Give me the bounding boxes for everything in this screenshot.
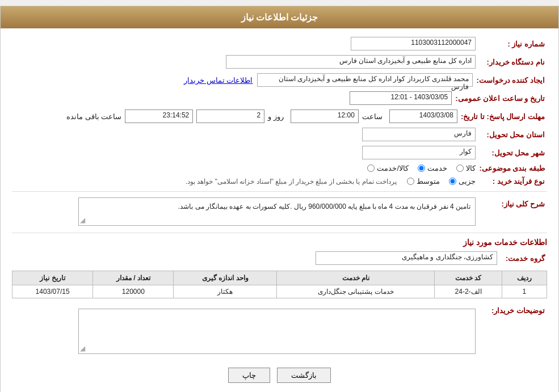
province-value: فارس bbox=[362, 128, 476, 141]
response-time-label: ساعت bbox=[362, 112, 383, 121]
resize-icon: ◢ bbox=[80, 216, 85, 224]
response-date-value: 1403/03/08 bbox=[389, 109, 457, 123]
category-kala-khadamat-label: کالا/خدمت bbox=[377, 164, 409, 172]
need-number-value: 1103003112000047 bbox=[351, 37, 476, 50]
buyer-desc-label: توضیحات خریدار: bbox=[479, 306, 547, 315]
col-header: تعداد / مقدار bbox=[93, 271, 174, 285]
category-kala-khadamat-option[interactable]: کالا/خدمت bbox=[367, 164, 409, 172]
col-header: کد خدمت bbox=[435, 271, 502, 285]
buyer-org-value: اداره کل منابع طبیعی و آبخیزداری استان ف… bbox=[226, 55, 476, 69]
back-button[interactable]: بازگشت bbox=[277, 368, 331, 383]
province-label: استان محل تحویل: bbox=[479, 130, 547, 139]
city-label: شهر محل تحویل: bbox=[479, 149, 547, 157]
purchase-type-label: نوع فرآیند خرید : bbox=[479, 177, 547, 186]
category-kala-option[interactable]: کالا bbox=[456, 164, 476, 172]
purchase-jozei-option[interactable]: جزیی bbox=[449, 177, 476, 186]
purchase-motevaset-option[interactable]: متوسط bbox=[407, 177, 440, 186]
category-khadamat-option[interactable]: خدمت bbox=[418, 164, 447, 172]
page-title: جزئیات اطلاعات نیاز bbox=[1, 6, 558, 28]
need-description-label: شرح کلی نیاز: bbox=[479, 200, 547, 208]
resize-icon-2: ◢ bbox=[80, 344, 85, 352]
services-table: ردیفکد خدمتنام خدمتواحد اندازه گیریتعداد… bbox=[12, 271, 547, 298]
col-header: ردیف bbox=[502, 271, 547, 285]
category-kala-radio[interactable] bbox=[456, 165, 464, 172]
category-kala-label: کالا bbox=[466, 164, 476, 172]
category-kala-khadamat-radio[interactable] bbox=[367, 165, 375, 172]
print-button[interactable]: چاپ bbox=[228, 368, 270, 383]
creator-label: ایجاد کننده درخواست: bbox=[476, 76, 547, 85]
announce-date-label: تاریخ و ساعت اعلان عمومی: bbox=[455, 94, 547, 103]
response-time-value: 12:00 bbox=[291, 109, 359, 123]
col-header: تاریخ نیاز bbox=[12, 271, 93, 285]
service-group-label: گروه خدمت: bbox=[502, 254, 547, 263]
purchase-jozei-radio[interactable] bbox=[449, 178, 456, 185]
need-number-label: شماره نیاز : bbox=[479, 40, 547, 48]
purchase-motevaset-radio[interactable] bbox=[407, 178, 414, 185]
response-deadline-label: مهلت ارسال پاسخ: تا تاریخ: bbox=[461, 112, 547, 121]
city-value: کوار bbox=[362, 146, 476, 159]
purchase-jozei-label: جزیی bbox=[459, 177, 476, 186]
col-header: نام خدمت bbox=[277, 271, 435, 285]
contact-link[interactable]: اطلاعات تماس خریدار bbox=[184, 76, 253, 85]
service-group-value: کشاورزی، جنگلداری و ماهیگیری bbox=[316, 251, 497, 265]
col-header: واحد اندازه گیری bbox=[174, 271, 277, 285]
purchase-motevaset-label: متوسط bbox=[417, 177, 440, 186]
purchase-type-notice: پرداخت تمام یا بخشی از مبلغ خریدار از مب… bbox=[186, 178, 397, 186]
table-row: 1الف-2-24خدمات پشتیبانی جنگل‌داریهکتار12… bbox=[12, 285, 547, 298]
category-label: طبقه بندی موضوعی: bbox=[479, 164, 547, 172]
response-days-value: 2 bbox=[196, 109, 264, 123]
need-description-value: تامین 4 نفر فرقبان به مدت 4 ماه با مبلغ … bbox=[178, 203, 470, 210]
category-khadamat-label: خدمت bbox=[427, 164, 447, 172]
response-days-label: روز و bbox=[268, 112, 284, 121]
buyer-org-label: نام دستگاه خریدار: bbox=[479, 58, 547, 66]
remaining-label: ساعت باقی مانده bbox=[66, 112, 121, 121]
services-section-title: اطلاعات خدمات مورد نیاز bbox=[12, 233, 547, 247]
category-khadamat-radio[interactable] bbox=[418, 165, 425, 172]
announce-date-value: 1403/03/05 - 12:01 bbox=[350, 91, 452, 105]
remaining-time-value: 23:14:52 bbox=[125, 109, 193, 123]
creator-value: محمد قلندری کاربرداز کوار اداره کل منابع… bbox=[257, 73, 473, 87]
